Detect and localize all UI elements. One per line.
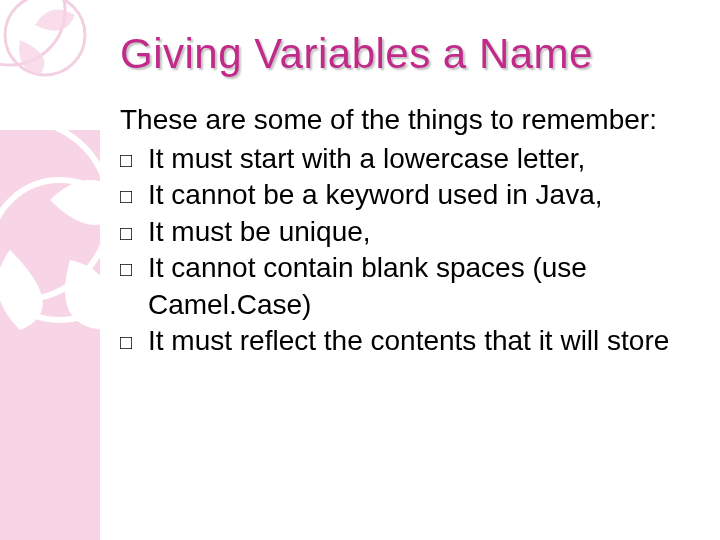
list-item: It must reflect the contents that it wil… [120,323,680,359]
slide-title: Giving Variables a Name [120,30,680,78]
list-item: It cannot be a keyword used in Java, [120,177,680,213]
intro-text: These are some of the things to remember… [120,102,680,137]
slide-content: Giving Variables a Name These are some o… [0,0,720,540]
list-item: It must start with a lowercase letter, [120,141,680,177]
list-item: It must be unique, [120,214,680,250]
list-item: It cannot contain blank spaces (use Came… [120,250,680,323]
bullet-list: It must start with a lowercase letter, I… [120,141,680,359]
